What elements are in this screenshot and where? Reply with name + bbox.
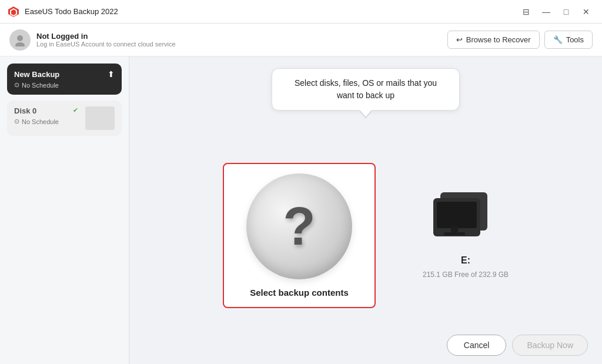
tooltip-bubble: Select disks, files, OS or mails that yo… [272,68,460,111]
drive-info: 215.1 GB Free of 232.9 GB [423,271,509,279]
user-subtitle: Log in EaseUS Account to connect cloud s… [36,41,176,48]
clock-icon: ⊙ [14,81,19,89]
main-layout: New Backup ⬆ ⊙ No Schedule Disk 0 ⊙ No S… [0,56,602,364]
app-logo-icon [7,5,20,18]
bottom-bar: Cancel Backup Now [129,326,602,364]
content-area: Select disks, files, OS or mails that yo… [129,56,602,364]
sidebar-item-title: New Backup [14,70,59,79]
main-section: ? Select backup contents [153,119,578,352]
svg-point-4 [15,42,25,46]
question-mark-icon: ? [283,200,315,253]
sidebar-item-disk0[interactable]: Disk 0 ⊙ No Schedule ✔ [7,101,122,136]
monitor-screen [437,202,477,228]
check-icon: ✔ [73,106,78,114]
export-icon: ⬆ [108,69,115,79]
window-controls: ⊟ — □ ✕ [517,5,595,19]
restore-button[interactable]: ⊟ [517,5,535,19]
user-name: Not Logged in [36,32,176,41]
maximize-button[interactable]: □ [557,5,575,19]
disk-thumbnail [85,106,115,130]
select-backup-label: Select backup contents [250,288,349,298]
cancel-button[interactable]: Cancel [447,335,507,356]
app-title: EaseUS Todo Backup 2022 [25,7,118,16]
user-section: Not Logged in Log in EaseUS Account to c… [9,29,176,51]
user-info: Not Logged in Log in EaseUS Account to c… [36,32,176,48]
schedule-label-disk0: No Schedule [22,118,59,125]
browse-icon: ↩ [456,35,463,44]
clock-icon-disk0: ⊙ [14,118,19,125]
tools-label: Tools [566,35,584,44]
tools-button[interactable]: 🔧 Tools [544,31,593,49]
sidebar: New Backup ⬆ ⊙ No Schedule Disk 0 ⊙ No S… [0,56,129,364]
close-button[interactable]: ✕ [577,5,595,19]
question-orb: ? [246,173,352,279]
minimize-button[interactable]: — [537,5,555,19]
backup-now-button: Backup Now [512,335,588,356]
select-backup-box[interactable]: ? Select backup contents [223,163,376,308]
monitor-front-base [444,232,465,235]
sidebar-item-header-disk0: Disk 0 [14,106,59,115]
toolbar: Not Logged in Log in EaseUS Account to c… [0,24,602,56]
toolbar-actions: ↩ Browse to Recover 🔧 Tools [447,31,593,49]
sidebar-item-schedule-disk0: ⊙ No Schedule [14,118,59,125]
tools-icon: 🔧 [553,35,563,44]
sidebar-item-header: New Backup ⬆ [14,69,115,79]
user-avatar [9,29,31,51]
drive-section: E: 215.1 GB Free of 232.9 GB [423,192,509,279]
title-bar: EaseUS Todo Backup 2022 ⊟ — □ ✕ [0,0,602,24]
drive-label: E: [461,255,470,266]
sidebar-item-new-backup[interactable]: New Backup ⬆ ⊙ No Schedule [7,64,122,95]
sidebar-item-title-disk0: Disk 0 [14,106,36,115]
browse-to-recover-button[interactable]: ↩ Browse to Recover [447,31,540,49]
browse-to-recover-label: Browse to Recover [466,35,531,44]
sidebar-item-schedule: ⊙ No Schedule [14,81,115,89]
svg-point-3 [17,35,23,41]
schedule-label: No Schedule [22,82,59,89]
title-bar-left: EaseUS Todo Backup 2022 [7,5,118,18]
monitor-icon [433,192,498,248]
tooltip-text: Select disks, files, OS or mails that yo… [295,78,437,100]
